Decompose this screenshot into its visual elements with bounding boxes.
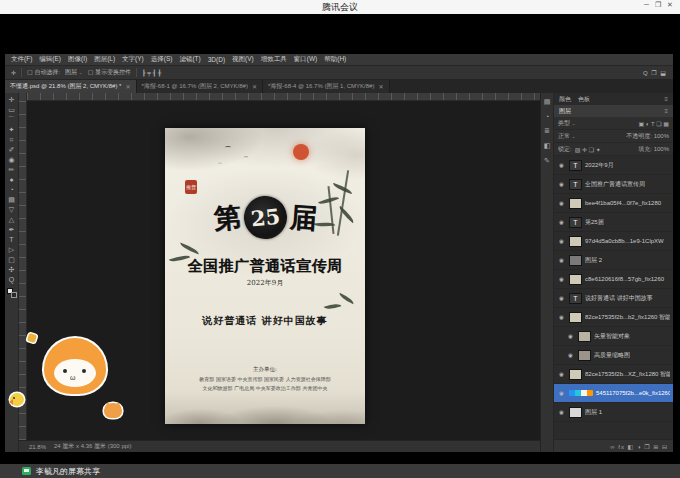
layer-row[interactable]: 矢量智能对象	[554, 327, 673, 346]
opacity-field[interactable]: 不透明度: 100%	[579, 132, 669, 141]
panel-menu-icon[interactable]: ≡	[664, 108, 668, 114]
tool-path-select[interactable]: ▷	[9, 246, 14, 253]
filter-type-dropdown[interactable]: 类型	[558, 119, 576, 128]
panel-icon[interactable]: ▤	[544, 98, 551, 106]
show-transform-checkbox[interactable]: 显示变换控件	[88, 68, 131, 77]
layer-row[interactable]: bee4f1ba05f4...0f7e_fix1280	[554, 194, 673, 213]
visibility-eye-icon[interactable]	[566, 352, 575, 358]
menu-select[interactable]: 选择(S)	[151, 55, 173, 64]
tool-hand[interactable]: ✣	[9, 266, 15, 273]
poster-title: 第 25 届	[165, 196, 365, 239]
tab-swatches[interactable]: 色板	[578, 95, 590, 104]
tool-eraser[interactable]: ▤	[8, 196, 15, 203]
menu-type[interactable]: 文字(Y)	[122, 55, 144, 64]
menu-filter[interactable]: 滤镜(T)	[179, 55, 200, 64]
layer-row[interactable]: 高质量缩略图	[554, 346, 673, 365]
panel-icon[interactable]: ◔	[545, 113, 549, 120]
auto-select-dropdown[interactable]: 图层	[65, 68, 83, 77]
panel-icon[interactable]: ≣	[544, 127, 550, 135]
organizer-line: 教育部 国家语委 中央宣传部 国家民委 人力资源社会保障部	[171, 376, 359, 382]
visibility-eye-icon[interactable]	[557, 257, 566, 263]
visibility-eye-icon[interactable]	[557, 219, 566, 225]
visibility-eye-icon[interactable]	[557, 295, 566, 301]
panel-menu-icon[interactable]: ≡	[664, 96, 668, 102]
menu-window[interactable]: 窗口(W)	[294, 55, 317, 64]
layer-row-selected[interactable]: 545117075f2b...e0k_fix1260	[554, 384, 673, 403]
menu-edit[interactable]: 编辑(E)	[39, 55, 61, 64]
tool-text[interactable]: T	[9, 236, 13, 243]
menu-3d[interactable]: 3D(D)	[208, 56, 225, 63]
tool-zoom[interactable]: Q	[9, 276, 14, 283]
panel-icon[interactable]: ◧	[544, 142, 551, 150]
close-icon[interactable]: ✕	[378, 83, 383, 90]
align-icons[interactable]: ┠ ┯ ┨ ╂	[142, 69, 161, 76]
layer-row[interactable]: 82ce17535f2b...XZ_fix1280 智能对象	[554, 365, 673, 384]
menu-plugins[interactable]: 增效工具	[261, 55, 287, 64]
visibility-eye-icon[interactable]	[557, 238, 566, 244]
close-icon[interactable]: ✕	[125, 83, 130, 90]
tool-brush[interactable]: ✏	[9, 166, 15, 173]
menu-image[interactable]: 图像(I)	[68, 55, 87, 64]
window-controls[interactable]: ─ ❐ ✕	[644, 1, 675, 9]
document-tab[interactable]: *海报-68-1 @ 16.7% (图层 2, CMYK/8#) ✕	[137, 80, 264, 93]
layer-row[interactable]: 82ce17535f2b...b2_fix1260 智能对象	[554, 308, 673, 327]
document-tab-label: *海报-68-1 @ 16.7% (图层 2, CMYK/8#)	[142, 82, 248, 91]
layer-row[interactable]: 第25届	[554, 213, 673, 232]
tool-move[interactable]: ✛	[9, 96, 15, 103]
tool-eyedropper[interactable]: ✐	[9, 146, 15, 153]
lock-icons[interactable]: ▨ ✛ ❏ ✦	[575, 146, 601, 153]
layer-thumbnail	[569, 255, 582, 266]
layer-row[interactable]: 图层 2	[554, 251, 673, 270]
tool-marquee[interactable]: ▭	[8, 106, 15, 113]
workspace-icons[interactable]: Q ❐ ⬓	[643, 69, 667, 76]
menu-view[interactable]: 视图(V)	[232, 55, 254, 64]
layers-footer-icons[interactable]: ∞ fx ◧ ◑ ❐ ⊞ ⊟	[554, 439, 673, 452]
tool-heal[interactable]: ◉	[8, 156, 14, 163]
auto-select-checkbox[interactable]: 自动选择:	[27, 68, 60, 77]
layer-row[interactable]: 2022年9月	[554, 156, 673, 175]
layer-thumbnail	[569, 369, 582, 380]
tool-shape[interactable]: ▢	[8, 256, 15, 263]
layer-row[interactable]: c8e6120616f8...57gb_fix1260	[554, 270, 673, 289]
color-swatches[interactable]	[7, 288, 17, 298]
panel-icon[interactable]: ✎	[544, 157, 550, 165]
ruler-horizontal	[27, 93, 540, 101]
visibility-eye-icon[interactable]	[557, 200, 566, 206]
tool-pen[interactable]: ✒	[9, 226, 15, 233]
layer-row[interactable]: 图层 1	[554, 403, 673, 422]
zoom-level[interactable]: 21.8%	[29, 444, 46, 450]
document-tab-active[interactable]: 不懂通.psd @ 21.8% (图层 2, CMYK/8#) * ✕	[5, 80, 137, 93]
visibility-eye-icon[interactable]	[566, 333, 575, 339]
fill-field[interactable]: 填充: 100%	[604, 145, 669, 154]
tool-wand[interactable]: ✦	[9, 126, 15, 133]
document-statusbar: 21.8% 24 厘米 x 4.36 厘米 (300 ppi)	[19, 440, 540, 452]
visibility-eye-icon[interactable]	[557, 409, 566, 415]
visibility-eye-icon[interactable]	[557, 314, 566, 320]
tool-blur[interactable]: △	[9, 216, 14, 223]
tab-layers[interactable]: 图层	[559, 107, 571, 116]
tool-stamp[interactable]: ♠	[10, 176, 14, 183]
layer-row[interactable]: 说好普通话 讲好中国故事	[554, 289, 673, 308]
visibility-eye-icon[interactable]	[557, 162, 566, 168]
panels-column: 颜色 色板 ≡ 图层 ≡ 类型 ▣ ◐ T ❏ ▦ 正常 不透明度: 100%	[554, 93, 673, 452]
poster-canvas[interactable]: 推普 第 25 届 全国推广普通话宣传周 2022年9月 说好普通话	[165, 128, 365, 424]
menu-file[interactable]: 文件(F)	[11, 55, 32, 64]
visibility-eye-icon[interactable]	[557, 390, 566, 396]
layer-row[interactable]: 全国推广普通话宣传周	[554, 175, 673, 194]
tab-color[interactable]: 颜色	[559, 95, 571, 104]
tool-lasso[interactable]: ⌒	[8, 116, 15, 123]
tool-crop[interactable]: ⌗	[10, 136, 14, 143]
tool-history-brush[interactable]: ◔	[9, 186, 13, 193]
visibility-eye-icon[interactable]	[557, 276, 566, 282]
document-tab[interactable]: *海报-68-4 @ 16.7% (图层 1, CMYK/8#) ✕	[263, 80, 390, 93]
close-icon[interactable]: ✕	[252, 83, 257, 90]
tool-gradient[interactable]: ▽	[9, 206, 14, 213]
visibility-eye-icon[interactable]	[557, 181, 566, 187]
layer-row[interactable]: 97d4d5a0cb8b...1e9-1ClpXW	[554, 232, 673, 251]
visibility-eye-icon[interactable]	[557, 371, 566, 377]
menu-help[interactable]: 帮助(H)	[324, 55, 346, 64]
menu-layer[interactable]: 图层(L)	[94, 55, 115, 64]
layer-thumbnail	[569, 198, 582, 209]
layer-filter-icons[interactable]: ▣ ◐ T ❏ ▦	[579, 120, 669, 127]
blend-mode-dropdown[interactable]: 正常	[558, 132, 576, 141]
